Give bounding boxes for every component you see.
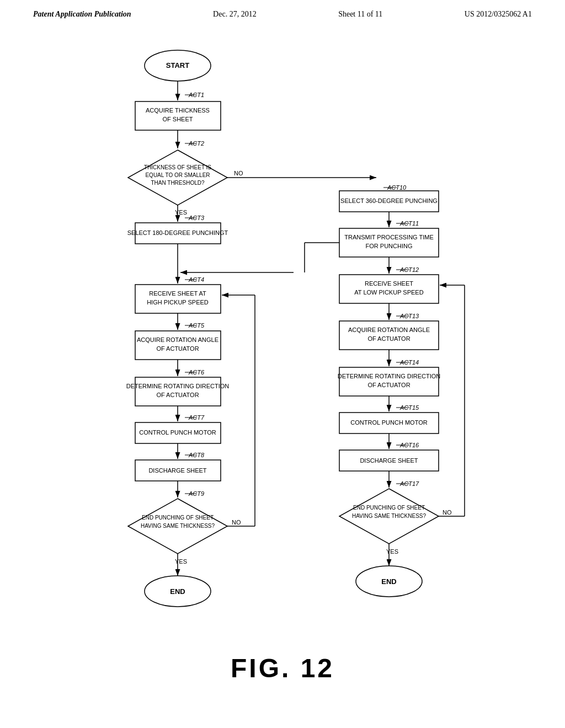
page-header: Patent Application Publication Dec. 27, …: [0, 0, 565, 24]
svg-text:OF ACTUATOR: OF ACTUATOR: [367, 335, 410, 342]
diagram-area: START ACT1 ACQUIRE THICKNESS OF SHEET AC…: [0, 24, 565, 642]
svg-text:NO: NO: [443, 509, 452, 516]
svg-text:YES: YES: [175, 209, 187, 216]
svg-text:HAVING SAME THICKNESS?: HAVING SAME THICKNESS?: [141, 523, 215, 529]
svg-text:YES: YES: [175, 558, 187, 565]
svg-text:RECEIVE  SHEET AT: RECEIVE SHEET AT: [149, 290, 206, 297]
svg-text:HIGH PICKUP  SPEED: HIGH PICKUP SPEED: [147, 299, 209, 306]
svg-text:NO: NO: [234, 170, 243, 176]
svg-text:END PUNCHING OF SHEET: END PUNCHING OF SHEET: [142, 515, 214, 521]
svg-text:DISCHARGE SHEET: DISCHARGE SHEET: [360, 457, 418, 464]
svg-text:RECEIVE SHEET: RECEIVE SHEET: [365, 280, 413, 287]
svg-text:END PUNCHING OF SHEET: END PUNCHING OF SHEET: [353, 505, 425, 511]
date-label: Dec. 27, 2012: [213, 10, 257, 19]
svg-text:HAVING SAME THICKNESS?: HAVING SAME THICKNESS?: [352, 513, 427, 519]
svg-text:TRANSMIT PROCESSING TIME: TRANSMIT PROCESSING TIME: [344, 234, 434, 240]
svg-text:FOR PUNCHING: FOR PUNCHING: [366, 243, 413, 249]
svg-text:OF ACTUATOR: OF ACTUATOR: [156, 345, 199, 352]
svg-text:CONTROL PUNCH MOTOR: CONTROL PUNCH MOTOR: [350, 419, 427, 426]
svg-text:SELECT 360-DEGREE PUNCHING: SELECT 360-DEGREE PUNCHING: [340, 197, 438, 204]
svg-text:ACQUIRE ROTATION ANGLE: ACQUIRE ROTATION ANGLE: [348, 326, 430, 333]
patent-number: US 2012/0325062 A1: [465, 10, 532, 19]
svg-text:CONTROL PUNCH MOTOR: CONTROL PUNCH MOTOR: [139, 429, 216, 436]
sheet-label: Sheet 11 of 11: [338, 10, 382, 19]
svg-text:YES: YES: [386, 548, 398, 555]
svg-text:START: START: [166, 61, 189, 69]
svg-text:AT LOW PICKUP SPEED: AT LOW PICKUP SPEED: [354, 289, 423, 296]
svg-text:END: END: [170, 587, 185, 596]
svg-text:DETERMINE ROTATING DIRECTION: DETERMINE ROTATING DIRECTION: [126, 383, 230, 389]
svg-text:ACQUIRE ROTATION ANGLE: ACQUIRE ROTATION ANGLE: [137, 336, 218, 343]
svg-text:EQUAL TO OR SMALLER: EQUAL TO OR SMALLER: [145, 172, 210, 178]
svg-text:ACQUIRE THICKNESS: ACQUIRE THICKNESS: [146, 107, 210, 114]
svg-text:THICKNESS OF SHEET IS: THICKNESS OF SHEET IS: [144, 164, 211, 170]
svg-text:OF SHEET: OF SHEET: [162, 116, 193, 122]
figure-label: FIG. 12: [0, 653, 565, 683]
svg-text:NO: NO: [232, 519, 241, 526]
svg-text:END: END: [381, 577, 396, 586]
svg-text:THAN THRESHOLD?: THAN THRESHOLD?: [151, 180, 204, 186]
svg-text:OF ACTUATOR: OF ACTUATOR: [156, 392, 199, 398]
svg-text:OF ACTUATOR: OF ACTUATOR: [367, 382, 410, 388]
publication-label: Patent Application Publication: [33, 10, 131, 19]
svg-text:DISCHARGE SHEET: DISCHARGE SHEET: [148, 467, 206, 474]
svg-text:SELECT 180-DEGREE PUNCHINGT: SELECT 180-DEGREE PUNCHINGT: [127, 229, 228, 236]
flowchart-svg: START ACT1 ACQUIRE THICKNESS OF SHEET AC…: [56, 35, 509, 631]
svg-text:DETERMINE ROTATING DIRECTION: DETERMINE ROTATING DIRECTION: [338, 373, 441, 379]
